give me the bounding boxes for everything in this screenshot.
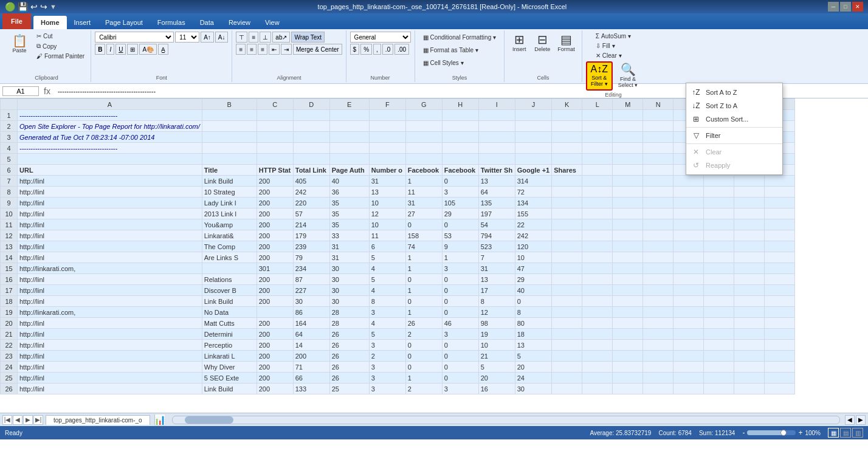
col-header-e[interactable]: E bbox=[329, 99, 369, 110]
table-cell[interactable]: 197 bbox=[478, 208, 515, 219]
table-cell[interactable] bbox=[613, 285, 643, 296]
table-cell[interactable] bbox=[257, 121, 293, 132]
table-cell[interactable] bbox=[613, 198, 643, 208]
table-cell[interactable] bbox=[257, 110, 293, 121]
table-cell[interactable]: 10 bbox=[369, 198, 405, 208]
table-cell[interactable]: 30 bbox=[329, 263, 369, 274]
table-cell[interactable]: 36 bbox=[329, 187, 369, 198]
table-cell[interactable]: Shares bbox=[552, 165, 582, 176]
table-cell[interactable] bbox=[613, 296, 643, 307]
table-cell[interactable]: 242 bbox=[293, 187, 329, 198]
table-cell[interactable] bbox=[552, 230, 582, 241]
table-cell[interactable] bbox=[329, 143, 369, 154]
table-cell[interactable]: You&amp bbox=[202, 219, 257, 230]
table-cell[interactable] bbox=[552, 351, 582, 362]
table-cell[interactable]: 200 bbox=[257, 252, 293, 263]
table-cell[interactable]: 200 bbox=[257, 187, 293, 198]
table-cell[interactable] bbox=[643, 121, 673, 132]
table-cell[interactable] bbox=[673, 274, 704, 285]
table-cell[interactable]: 31 bbox=[369, 176, 405, 187]
table-cell[interactable] bbox=[582, 143, 613, 154]
table-cell[interactable] bbox=[405, 132, 442, 143]
table-cell[interactable] bbox=[582, 285, 613, 296]
table-cell[interactable]: 239 bbox=[293, 241, 329, 252]
table-cell[interactable]: http://linl bbox=[18, 198, 202, 208]
border-button[interactable]: ⊞ bbox=[127, 44, 138, 55]
table-cell[interactable] bbox=[643, 165, 673, 176]
table-cell[interactable] bbox=[552, 307, 582, 318]
table-cell[interactable] bbox=[765, 383, 795, 394]
table-cell[interactable] bbox=[613, 307, 643, 318]
table-cell[interactable]: 0 bbox=[442, 351, 478, 362]
table-cell[interactable] bbox=[704, 187, 734, 198]
increase-indent-button[interactable]: ⇥ bbox=[281, 44, 292, 55]
table-cell[interactable] bbox=[673, 241, 704, 252]
table-cell[interactable]: 54 bbox=[478, 219, 515, 230]
table-cell[interactable]: 26 bbox=[329, 329, 369, 340]
table-cell[interactable]: http://linl bbox=[18, 362, 202, 373]
align-left-button[interactable]: ≡ bbox=[236, 44, 246, 55]
table-cell[interactable]: 5 bbox=[369, 329, 405, 340]
table-cell[interactable] bbox=[202, 143, 257, 154]
table-cell[interactable] bbox=[202, 110, 257, 121]
table-cell[interactable]: The Comp bbox=[202, 241, 257, 252]
table-cell[interactable]: 200 bbox=[257, 362, 293, 373]
table-cell[interactable] bbox=[643, 362, 673, 373]
col-header-f[interactable]: F bbox=[369, 99, 405, 110]
table-cell[interactable]: Twitter Sh bbox=[478, 165, 515, 176]
table-cell[interactable] bbox=[613, 351, 643, 362]
table-cell[interactable] bbox=[765, 176, 795, 187]
table-cell[interactable] bbox=[552, 154, 582, 165]
table-cell[interactable] bbox=[734, 263, 765, 274]
table-cell[interactable]: http://linkarati.com, bbox=[18, 263, 202, 274]
table-cell[interactable]: http://linl bbox=[18, 208, 202, 219]
table-cell[interactable] bbox=[552, 132, 582, 143]
table-cell[interactable] bbox=[405, 154, 442, 165]
table-cell[interactable] bbox=[643, 252, 673, 263]
table-cell[interactable]: 10 bbox=[478, 340, 515, 351]
table-cell[interactable] bbox=[293, 154, 329, 165]
table-cell[interactable] bbox=[673, 252, 704, 263]
page-layout-view-button[interactable]: ▤ bbox=[840, 428, 851, 438]
table-cell[interactable] bbox=[202, 121, 257, 132]
table-cell[interactable] bbox=[329, 132, 369, 143]
table-cell[interactable] bbox=[704, 373, 734, 383]
table-cell[interactable]: 158 bbox=[405, 230, 442, 241]
underline-button[interactable]: U bbox=[115, 44, 126, 55]
table-cell[interactable] bbox=[329, 121, 369, 132]
table-cell[interactable] bbox=[734, 296, 765, 307]
table-cell[interactable] bbox=[704, 176, 734, 187]
table-cell[interactable] bbox=[442, 132, 478, 143]
table-cell[interactable] bbox=[734, 208, 765, 219]
table-cell[interactable] bbox=[673, 187, 704, 198]
table-cell[interactable]: 47 bbox=[515, 263, 552, 274]
table-cell[interactable] bbox=[643, 340, 673, 351]
align-bottom-button[interactable]: ⊥ bbox=[260, 32, 271, 43]
table-cell[interactable] bbox=[329, 154, 369, 165]
table-cell[interactable] bbox=[643, 307, 673, 318]
table-cell[interactable] bbox=[552, 329, 582, 340]
table-cell[interactable]: 1 bbox=[405, 373, 442, 383]
row-header[interactable]: 13 bbox=[1, 241, 18, 252]
table-cell[interactable]: 28 bbox=[329, 307, 369, 318]
table-cell[interactable]: 31 bbox=[405, 198, 442, 208]
sheet-nav-prev[interactable]: ◀ bbox=[13, 415, 22, 425]
table-cell[interactable] bbox=[613, 241, 643, 252]
table-cell[interactable]: 5 bbox=[369, 274, 405, 285]
table-cell[interactable]: Linkarati& bbox=[202, 230, 257, 241]
table-cell[interactable]: 200 bbox=[257, 318, 293, 329]
table-cell[interactable] bbox=[582, 263, 613, 274]
row-header[interactable]: 7 bbox=[1, 176, 18, 187]
table-cell[interactable] bbox=[613, 143, 643, 154]
paste-button[interactable]: 📋 Paste bbox=[6, 32, 33, 57]
table-cell[interactable] bbox=[673, 362, 704, 373]
table-cell[interactable] bbox=[405, 143, 442, 154]
table-cell[interactable] bbox=[613, 121, 643, 132]
table-cell[interactable]: 28 bbox=[329, 318, 369, 329]
filter-item[interactable]: ▽ Filter bbox=[686, 129, 782, 142]
row-header[interactable]: 16 bbox=[1, 274, 18, 285]
table-cell[interactable] bbox=[704, 362, 734, 373]
table-cell[interactable] bbox=[765, 318, 795, 329]
merge-center-button[interactable]: Merge & Center bbox=[293, 44, 342, 55]
table-cell[interactable]: 74 bbox=[405, 241, 442, 252]
